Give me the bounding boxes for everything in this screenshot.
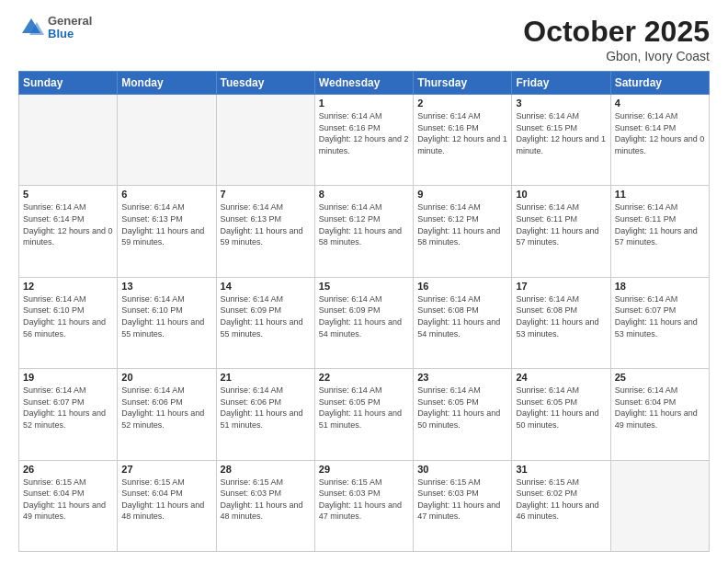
- weekday-header: Friday: [512, 72, 610, 95]
- day-info: Sunrise: 6:14 AMSunset: 6:15 PMDaylight:…: [516, 110, 606, 156]
- title-block: October 2025 Gbon, Ivory Coast: [523, 15, 710, 63]
- logo-general-text: General: [48, 15, 92, 28]
- calendar-cell: 6Sunrise: 6:14 AMSunset: 6:13 PMDaylight…: [118, 186, 216, 277]
- weekday-header: Monday: [118, 72, 216, 95]
- calendar-cell: 22Sunrise: 6:14 AMSunset: 6:05 PMDayligh…: [314, 369, 413, 460]
- day-number: 31: [516, 464, 606, 475]
- calendar-week-row: 12Sunrise: 6:14 AMSunset: 6:10 PMDayligh…: [19, 277, 710, 368]
- day-number: 25: [615, 372, 705, 383]
- calendar-cell: 30Sunrise: 6:15 AMSunset: 6:03 PMDayligh…: [414, 460, 512, 551]
- weekday-header: Saturday: [610, 72, 709, 95]
- day-number: 19: [23, 372, 113, 383]
- logo-text: General Blue: [48, 15, 92, 41]
- day-info: Sunrise: 6:14 AMSunset: 6:16 PMDaylight:…: [417, 110, 507, 156]
- day-info: Sunrise: 6:14 AMSunset: 6:08 PMDaylight:…: [417, 293, 507, 339]
- calendar-cell: [216, 95, 314, 186]
- calendar-cell: 7Sunrise: 6:14 AMSunset: 6:13 PMDaylight…: [216, 186, 314, 277]
- day-info: Sunrise: 6:15 AMSunset: 6:03 PMDaylight:…: [221, 477, 311, 523]
- logo: General Blue: [18, 15, 92, 41]
- day-info: Sunrise: 6:14 AMSunset: 6:14 PMDaylight:…: [23, 201, 113, 247]
- day-number: 20: [121, 372, 211, 383]
- calendar-week-row: 5Sunrise: 6:14 AMSunset: 6:14 PMDaylight…: [19, 186, 710, 277]
- day-number: 27: [121, 464, 211, 475]
- page: General Blue October 2025 Gbon, Ivory Co…: [0, 0, 728, 563]
- day-info: Sunrise: 6:14 AMSunset: 6:09 PMDaylight:…: [319, 293, 409, 339]
- day-number: 10: [516, 189, 606, 200]
- logo-blue-text: Blue: [48, 28, 92, 40]
- title-month: October 2025: [523, 15, 710, 49]
- day-info: Sunrise: 6:14 AMSunset: 6:06 PMDaylight:…: [221, 385, 311, 431]
- calendar-cell: 17Sunrise: 6:14 AMSunset: 6:08 PMDayligh…: [512, 277, 610, 368]
- calendar-cell: [610, 460, 709, 551]
- calendar-cell: 15Sunrise: 6:14 AMSunset: 6:09 PMDayligh…: [314, 277, 413, 368]
- day-number: 24: [516, 372, 606, 383]
- day-number: 22: [319, 372, 409, 383]
- day-number: 5: [23, 189, 113, 200]
- day-number: 13: [121, 281, 211, 292]
- calendar-cell: 14Sunrise: 6:14 AMSunset: 6:09 PMDayligh…: [216, 277, 314, 368]
- calendar-cell: 10Sunrise: 6:14 AMSunset: 6:11 PMDayligh…: [512, 186, 610, 277]
- day-info: Sunrise: 6:14 AMSunset: 6:05 PMDaylight:…: [319, 385, 409, 431]
- calendar-cell: 24Sunrise: 6:14 AMSunset: 6:05 PMDayligh…: [512, 369, 610, 460]
- calendar-cell: 19Sunrise: 6:14 AMSunset: 6:07 PMDayligh…: [19, 369, 118, 460]
- calendar-week-row: 19Sunrise: 6:14 AMSunset: 6:07 PMDayligh…: [19, 369, 710, 460]
- calendar-cell: 3Sunrise: 6:14 AMSunset: 6:15 PMDaylight…: [512, 95, 610, 186]
- day-info: Sunrise: 6:14 AMSunset: 6:11 PMDaylight:…: [516, 201, 606, 247]
- day-number: 9: [417, 189, 507, 200]
- day-info: Sunrise: 6:14 AMSunset: 6:09 PMDaylight:…: [221, 293, 311, 339]
- calendar-cell: [19, 95, 118, 186]
- calendar-cell: 4Sunrise: 6:14 AMSunset: 6:14 PMDaylight…: [610, 95, 709, 186]
- weekday-header: Tuesday: [216, 72, 314, 95]
- day-number: 7: [221, 189, 311, 200]
- day-info: Sunrise: 6:14 AMSunset: 6:07 PMDaylight:…: [615, 293, 705, 339]
- calendar-cell: 1Sunrise: 6:14 AMSunset: 6:16 PMDaylight…: [314, 95, 413, 186]
- calendar-cell: 16Sunrise: 6:14 AMSunset: 6:08 PMDayligh…: [414, 277, 512, 368]
- day-info: Sunrise: 6:15 AMSunset: 6:02 PMDaylight:…: [516, 477, 606, 523]
- day-info: Sunrise: 6:14 AMSunset: 6:14 PMDaylight:…: [615, 110, 705, 156]
- day-info: Sunrise: 6:14 AMSunset: 6:16 PMDaylight:…: [319, 110, 409, 156]
- day-info: Sunrise: 6:14 AMSunset: 6:05 PMDaylight:…: [516, 385, 606, 431]
- day-number: 2: [417, 98, 507, 109]
- calendar-cell: 21Sunrise: 6:14 AMSunset: 6:06 PMDayligh…: [216, 369, 314, 460]
- day-info: Sunrise: 6:14 AMSunset: 6:10 PMDaylight:…: [121, 293, 211, 339]
- calendar-cell: 13Sunrise: 6:14 AMSunset: 6:10 PMDayligh…: [118, 277, 216, 368]
- day-number: 18: [615, 281, 705, 292]
- calendar-cell: 31Sunrise: 6:15 AMSunset: 6:02 PMDayligh…: [512, 460, 610, 551]
- calendar-cell: 5Sunrise: 6:14 AMSunset: 6:14 PMDaylight…: [19, 186, 118, 277]
- day-number: 26: [23, 464, 113, 475]
- day-info: Sunrise: 6:14 AMSunset: 6:13 PMDaylight:…: [221, 201, 311, 247]
- day-info: Sunrise: 6:14 AMSunset: 6:13 PMDaylight:…: [121, 201, 211, 247]
- day-number: 28: [221, 464, 311, 475]
- calendar-cell: 25Sunrise: 6:14 AMSunset: 6:04 PMDayligh…: [610, 369, 709, 460]
- day-info: Sunrise: 6:15 AMSunset: 6:03 PMDaylight:…: [319, 477, 409, 523]
- calendar-cell: 20Sunrise: 6:14 AMSunset: 6:06 PMDayligh…: [118, 369, 216, 460]
- day-info: Sunrise: 6:14 AMSunset: 6:12 PMDaylight:…: [417, 201, 507, 247]
- day-number: 6: [121, 189, 211, 200]
- calendar-cell: 27Sunrise: 6:15 AMSunset: 6:04 PMDayligh…: [118, 460, 216, 551]
- title-location: Gbon, Ivory Coast: [523, 49, 710, 63]
- calendar-cell: 26Sunrise: 6:15 AMSunset: 6:04 PMDayligh…: [19, 460, 118, 551]
- day-info: Sunrise: 6:15 AMSunset: 6:04 PMDaylight:…: [23, 477, 113, 523]
- day-number: 23: [417, 372, 507, 383]
- calendar-header-row: SundayMondayTuesdayWednesdayThursdayFrid…: [19, 72, 710, 95]
- calendar-cell: 9Sunrise: 6:14 AMSunset: 6:12 PMDaylight…: [414, 186, 512, 277]
- day-number: 12: [23, 281, 113, 292]
- day-number: 8: [319, 189, 409, 200]
- calendar-table: SundayMondayTuesdayWednesdayThursdayFrid…: [18, 71, 710, 552]
- calendar-cell: 11Sunrise: 6:14 AMSunset: 6:11 PMDayligh…: [610, 186, 709, 277]
- header: General Blue October 2025 Gbon, Ivory Co…: [18, 15, 710, 63]
- day-info: Sunrise: 6:14 AMSunset: 6:06 PMDaylight:…: [121, 385, 211, 431]
- day-number: 4: [615, 98, 705, 109]
- day-number: 14: [221, 281, 311, 292]
- day-info: Sunrise: 6:14 AMSunset: 6:10 PMDaylight:…: [23, 293, 113, 339]
- day-number: 3: [516, 98, 606, 109]
- calendar-cell: 18Sunrise: 6:14 AMSunset: 6:07 PMDayligh…: [610, 277, 709, 368]
- day-number: 1: [319, 98, 409, 109]
- day-info: Sunrise: 6:14 AMSunset: 6:05 PMDaylight:…: [417, 385, 507, 431]
- calendar-week-row: 26Sunrise: 6:15 AMSunset: 6:04 PMDayligh…: [19, 460, 710, 551]
- calendar-cell: [118, 95, 216, 186]
- weekday-header: Wednesday: [314, 72, 413, 95]
- calendar-cell: 28Sunrise: 6:15 AMSunset: 6:03 PMDayligh…: [216, 460, 314, 551]
- day-info: Sunrise: 6:14 AMSunset: 6:08 PMDaylight:…: [516, 293, 606, 339]
- weekday-header: Thursday: [414, 72, 512, 95]
